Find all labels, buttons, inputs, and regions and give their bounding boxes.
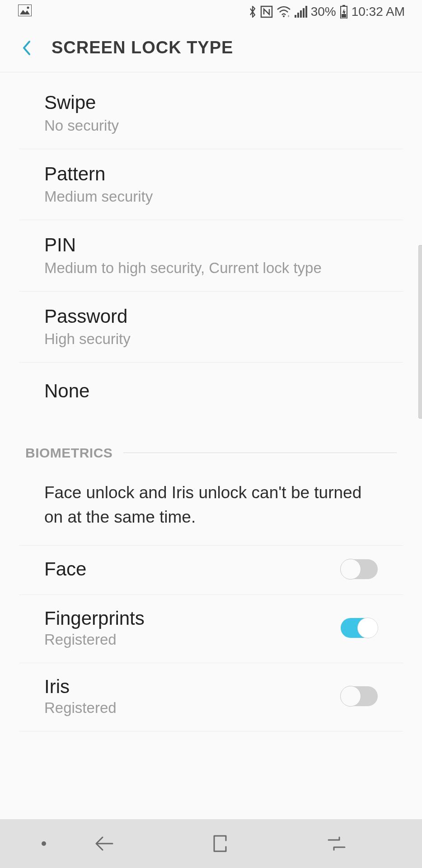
biometric-subtitle: Registered xyxy=(44,631,341,648)
biometric-subtitle: Registered xyxy=(44,699,341,717)
arrow-left-icon xyxy=(93,835,114,853)
app-header: SCREEN LOCK TYPE xyxy=(0,24,422,72)
bluetooth-icon xyxy=(249,5,257,19)
content-area: Swipe No security Pattern Medium securit… xyxy=(0,72,422,819)
nav-home-button[interactable] xyxy=(208,832,232,855)
svg-rect-9 xyxy=(303,8,305,18)
lock-type-password[interactable]: Password High security xyxy=(19,292,403,363)
fingerprints-toggle[interactable] xyxy=(341,618,378,638)
lock-type-subtitle: High security xyxy=(44,330,378,348)
picture-icon xyxy=(18,5,32,19)
svg-rect-8 xyxy=(300,10,302,18)
iris-toggle[interactable] xyxy=(341,686,378,706)
nfc-icon xyxy=(260,5,273,18)
biometrics-section-header: BIOMETRICS xyxy=(0,429,422,468)
lock-type-title: Pattern xyxy=(44,162,378,187)
toggle-knob xyxy=(340,559,361,580)
battery-percent: 30% xyxy=(311,5,336,19)
svg-rect-10 xyxy=(305,6,307,18)
scrollbar-thumb[interactable] xyxy=(418,245,422,419)
biometric-fingerprints[interactable]: Fingerprints Registered xyxy=(19,595,403,663)
svg-text:+: + xyxy=(287,14,290,18)
wifi-icon: + xyxy=(277,6,291,18)
lock-type-title: None xyxy=(44,379,378,404)
section-divider xyxy=(123,453,397,453)
lock-type-title: PIN xyxy=(44,233,378,258)
toggle-knob xyxy=(357,618,378,638)
biometrics-note: Face unlock and Iris unlock can't be tur… xyxy=(19,468,403,546)
svg-rect-0 xyxy=(18,5,32,16)
biometric-face[interactable]: Face xyxy=(19,546,403,595)
signal-icon xyxy=(295,6,307,18)
biometric-title: Fingerprints xyxy=(44,608,341,629)
svg-point-4 xyxy=(283,15,285,17)
svg-rect-7 xyxy=(297,13,299,18)
nav-recents-button[interactable] xyxy=(325,832,348,855)
battery-icon xyxy=(340,5,348,19)
biometric-title: Iris xyxy=(44,676,341,698)
navigation-bar xyxy=(0,819,422,868)
biometric-title: Face xyxy=(44,558,341,580)
lock-type-pin[interactable]: PIN Medium to high security, Current loc… xyxy=(19,220,403,292)
nav-dot-icon xyxy=(42,841,46,846)
section-label: BIOMETRICS xyxy=(25,445,113,461)
svg-marker-1 xyxy=(20,10,30,14)
clock-time: 10:32 AM xyxy=(352,5,405,19)
lock-type-pattern[interactable]: Pattern Medium security xyxy=(19,149,403,221)
lock-type-subtitle: No security xyxy=(44,117,378,134)
lock-type-none[interactable]: None xyxy=(19,363,403,420)
face-toggle[interactable] xyxy=(341,559,378,579)
lock-type-swipe[interactable]: Swipe No security xyxy=(19,78,403,149)
toggle-knob xyxy=(340,686,361,707)
home-icon xyxy=(211,834,230,853)
lock-type-title: Swipe xyxy=(44,90,378,115)
status-bar: + 30% 10:32 AM xyxy=(0,0,422,24)
back-button[interactable] xyxy=(20,38,33,58)
svg-rect-6 xyxy=(295,15,296,18)
page-title: SCREEN LOCK TYPE xyxy=(52,38,233,57)
recents-icon xyxy=(326,835,347,852)
lock-type-title: Password xyxy=(44,304,378,329)
biometric-iris[interactable]: Iris Registered xyxy=(19,663,403,731)
lock-type-subtitle: Medium to high security, Current lock ty… xyxy=(44,259,378,277)
nav-back-button[interactable] xyxy=(92,832,115,855)
lock-type-subtitle: Medium security xyxy=(44,188,378,205)
svg-point-2 xyxy=(27,6,29,9)
chevron-left-icon xyxy=(21,40,31,56)
